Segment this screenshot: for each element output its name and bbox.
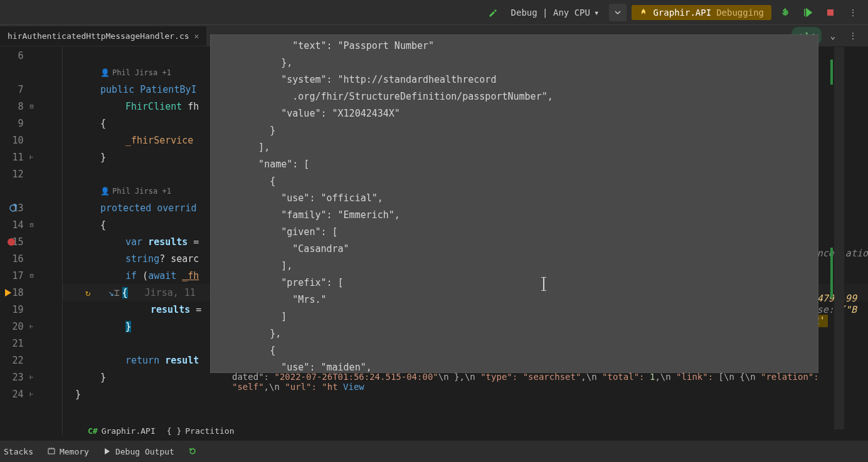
execution-pointer-icon[interactable] (5, 289, 11, 297)
braces-icon: { } (167, 426, 181, 436)
brace-open: { (66, 219, 106, 231)
fold-icon[interactable]: ⊟ (30, 103, 34, 110)
continue-icon[interactable] (799, 4, 817, 21)
step-back-icon[interactable]: ↻ (85, 288, 90, 298)
person-icon: 👤 (100, 187, 110, 196)
cursor-icon: ⌶ (114, 287, 119, 298)
stop-icon[interactable] (822, 4, 839, 21)
line-num: 6 (0, 50, 30, 61)
config-label: Debug | Any CPU (511, 8, 590, 18)
var-results: results (151, 304, 190, 315)
fold-end-icon: ⊢ (30, 154, 34, 160)
close-icon[interactable]: ✕ (194, 31, 199, 41)
line-num: 23 (0, 372, 30, 383)
inline-author-hint: Jirsa, 11 (128, 287, 196, 298)
kw-var: var (125, 236, 142, 248)
text-cursor-icon (543, 277, 544, 291)
line-num: 9 (0, 118, 30, 129)
status-refresh[interactable] (188, 447, 197, 456)
debug-datatip[interactable]: "text": "Passport Number" }, "system": "… (210, 34, 818, 373)
line-num: 19 (0, 304, 30, 315)
svg-rect-3 (48, 449, 55, 454)
more-icon[interactable]: ⋮ (844, 27, 862, 45)
line-num: 8 (0, 101, 30, 112)
kw-return: return (125, 355, 159, 366)
line-num: 20 (0, 321, 30, 332)
line-num: 21 (0, 338, 30, 349)
kw-protected: protected (100, 202, 151, 214)
line-num: 15 (0, 236, 30, 248)
status-memory[interactable]: Memory (47, 447, 89, 456)
svg-rect-0 (827, 9, 834, 16)
inline-value-hint[interactable]: dated": "2022-07-26T01:56:24.515-04:00"\… (232, 372, 868, 392)
line-num: 17 (0, 270, 30, 281)
person-icon: 👤 (100, 68, 110, 77)
brace-open: { (66, 118, 106, 129)
fold-end-icon: ⊢ (30, 374, 34, 381)
breakpoint-icon[interactable] (8, 238, 15, 246)
line-num: 16 (0, 253, 30, 265)
play-icon (103, 447, 112, 456)
config-selector[interactable]: Debug | Any CPU ▾ (506, 5, 605, 20)
memory-icon (47, 447, 56, 456)
reference-icon (9, 204, 18, 213)
dropdown-arrow-icon[interactable] (609, 4, 627, 21)
flame-icon (639, 8, 648, 17)
breadcrumb-class[interactable]: { } Practition (167, 426, 235, 436)
change-marker (830, 248, 833, 298)
type-fhirclient: FhirClient (125, 101, 182, 112)
kw-public: public PatientByI (100, 84, 197, 95)
kw-if: if (125, 270, 137, 281)
toolbar: Debug | Any CPU ▾ Graphir.API Debugging … (0, 0, 868, 25)
more-icon[interactable]: ⋮ (844, 4, 862, 21)
brace-close: } (66, 389, 81, 400)
fold-end-icon: ⊢ (30, 323, 34, 330)
scrollbar[interactable] (834, 47, 844, 429)
breadcrumb-project[interactable]: C# Graphir.API (88, 426, 156, 436)
change-marker (830, 60, 833, 85)
brace-open-hl: { (122, 287, 128, 298)
brace-close: } (66, 152, 106, 163)
kw-string: string (125, 253, 159, 265)
chevron-down-icon[interactable]: ⌄ (824, 27, 842, 45)
kw-override: overrid (157, 202, 196, 214)
file-tab-active[interactable]: hirAuthenticatedHttpMessageHandler.cs ✕ (0, 26, 206, 46)
line-num: 22 (0, 355, 30, 366)
csharp-icon: C# (88, 426, 98, 436)
line-num: 11 (0, 152, 30, 163)
field-fhirservice: _fhirService (125, 135, 193, 146)
svg-point-2 (14, 204, 17, 207)
refresh-icon (188, 447, 197, 456)
line-num: 12 (0, 169, 30, 180)
restart-icon[interactable] (776, 4, 794, 21)
brace-close: } (66, 372, 106, 383)
kw-await: await (148, 270, 176, 281)
fold-icon[interactable]: ⊟ (30, 221, 34, 228)
var-result: result (165, 355, 199, 366)
status-stacks[interactable]: Stacks (4, 447, 33, 456)
status-bar: Stacks Memory Debug Output (0, 441, 868, 462)
file-tab-label: hirAuthenticatedHttpMessageHandler.cs (8, 31, 189, 41)
set-next-icon[interactable]: ↘ (108, 287, 114, 298)
field-fh: _fh (182, 270, 199, 281)
line-num: 10 (0, 135, 30, 146)
debug-project: Graphir.API (653, 8, 711, 18)
breadcrumb-bar: C# Graphir.API { } Practition (88, 426, 235, 436)
var-results: results (148, 236, 188, 248)
fold-icon[interactable]: ⊟ (30, 272, 34, 279)
line-num: 14 (0, 219, 30, 231)
line-num: 7 (0, 84, 30, 95)
debug-state: Debugging (716, 8, 764, 18)
line-num: 24 (0, 389, 30, 400)
chevron-down-icon: ▾ (594, 8, 599, 18)
fold-end-icon: ⊢ (30, 391, 34, 397)
view-link[interactable]: View (343, 382, 364, 392)
debug-status[interactable]: Graphir.API Debugging (632, 5, 771, 20)
tools-icon[interactable] (484, 4, 501, 21)
brace-close-hl: } (125, 321, 131, 332)
status-debug-output[interactable]: Debug Output (103, 447, 174, 456)
gutter: 6 7 8⊟ 9 10 11⊢ 12 13 14⊟ 15 16 17⊟ 18 1… (0, 47, 63, 436)
